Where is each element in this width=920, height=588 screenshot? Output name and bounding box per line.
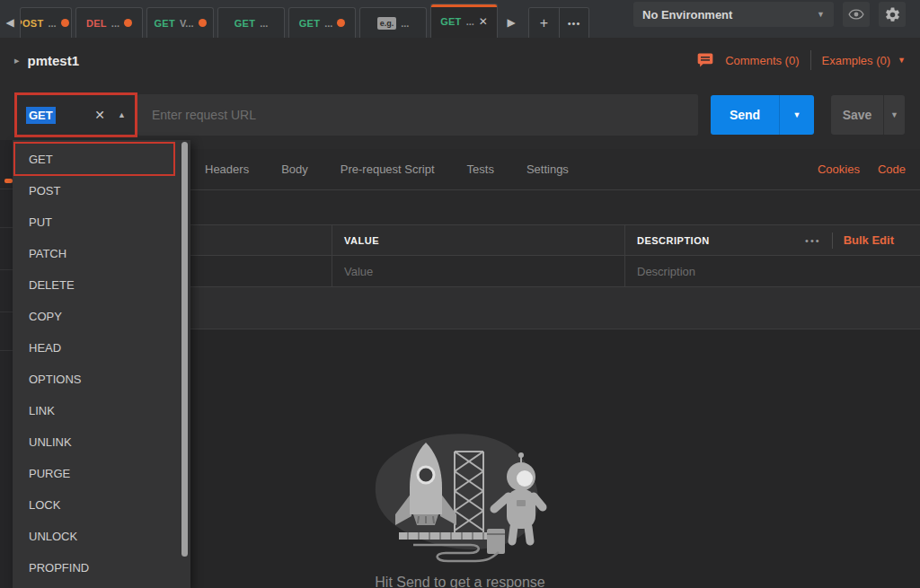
tab-title-label: ... (260, 18, 268, 29)
method-option-copy[interactable]: COPY (13, 301, 190, 332)
chevron-up-icon[interactable]: ▲ (118, 110, 126, 119)
request-tab-1[interactable]: POST ... (20, 7, 72, 38)
send-split-button: Send ▼ (711, 95, 814, 135)
unsaved-dot-icon (199, 19, 207, 27)
method-option-post[interactable]: POST (13, 175, 190, 206)
eye-icon (848, 6, 864, 22)
collapse-arrow-icon[interactable]: ▸ (14, 55, 20, 66)
close-tab-icon[interactable]: ✕ (479, 15, 488, 28)
request-tab-6[interactable]: e.g. ... (359, 7, 427, 38)
sidebar-edge (0, 140, 13, 588)
request-title: pmtest1 (28, 53, 80, 68)
method-option-delete[interactable]: DELETE (13, 269, 190, 301)
sidebar-accent-dash (4, 179, 13, 183)
environment-quick-look-button[interactable] (843, 2, 870, 27)
description-header-label: DESCRIPTION (637, 235, 710, 246)
cookies-link[interactable]: Cookies (818, 162, 860, 176)
tab-title-label: ... (466, 16, 474, 27)
comment-icon (696, 51, 714, 69)
tab-method-label: GET (154, 18, 175, 29)
method-option-unlock[interactable]: UNLOCK (13, 521, 190, 552)
examples-dropdown[interactable]: Examples (0) ▼ (822, 54, 907, 67)
chevron-down-icon: ▼ (898, 56, 906, 65)
environment-label: No Environment (642, 8, 817, 22)
code-link[interactable]: Code (878, 162, 906, 176)
request-tab-5[interactable]: GET ... (288, 7, 356, 38)
plus-icon: + (540, 15, 548, 31)
method-option-purge[interactable]: PURGE (13, 458, 190, 489)
value-cell (332, 256, 625, 286)
chevron-down-icon: ▼ (793, 110, 801, 119)
method-option-lock[interactable]: LOCK (13, 489, 190, 521)
method-option-get[interactable]: GET (13, 144, 190, 175)
tab-title-label: ... (48, 18, 56, 29)
tab-title-label: V... (180, 18, 194, 29)
tab-method-label: GET (299, 18, 321, 29)
bulk-edit-link[interactable]: Bulk Edit (844, 233, 894, 247)
request-header-actions: Comments (0) Examples (0) ▼ (696, 50, 906, 70)
save-split-button: Save ▼ (831, 95, 905, 135)
tab-settings[interactable]: Settings (526, 162, 569, 176)
method-option-put[interactable]: PUT (13, 206, 190, 238)
value-header-label: VALUE (344, 235, 379, 246)
chevron-down-icon: ▼ (817, 10, 825, 19)
unsaved-dot-icon (337, 19, 345, 27)
more-icon: ••• (568, 18, 581, 29)
rocket-launch-illustration (361, 426, 559, 574)
back-icon: ◀ (5, 16, 13, 29)
description-column-header: DESCRIPTION ••• Bulk Edit (625, 225, 920, 255)
request-tab-active[interactable]: GET ... ✕ (430, 4, 498, 38)
scroll-tabs-right-button[interactable]: ▶ (501, 7, 521, 38)
request-tab-2[interactable]: DEL ... (75, 7, 143, 38)
value-input[interactable] (344, 265, 613, 278)
request-tab-4[interactable]: GET ... (217, 7, 285, 38)
method-option-head[interactable]: HEAD (13, 332, 190, 364)
postman-app-window: ◀ POST ... DEL ... GET V... GET ... GET … (0, 0, 920, 588)
clear-icon[interactable]: ✕ (94, 108, 105, 122)
method-option-patch[interactable]: PATCH (13, 238, 190, 269)
tab-method-label: DEL (86, 18, 107, 29)
tab-options-button[interactable]: ••• (559, 8, 588, 38)
new-tab-button[interactable]: + (529, 8, 559, 38)
request-url-input[interactable] (137, 94, 698, 136)
send-button[interactable]: Send (711, 95, 779, 135)
send-options-button[interactable]: ▼ (779, 95, 814, 135)
settings-button[interactable] (879, 2, 906, 27)
tab-pre-request-script[interactable]: Pre-request Script (341, 162, 435, 176)
environment-selector[interactable]: No Environment ▼ (633, 2, 834, 27)
tab-body[interactable]: Body (281, 162, 308, 176)
request-tab-bar: ◀ POST ... DEL ... GET V... GET ... GET … (0, 0, 920, 38)
forward-icon: ▶ (507, 16, 515, 29)
scroll-tabs-left-button[interactable]: ◀ (0, 7, 20, 38)
request-tab-3[interactable]: GET V... (146, 7, 214, 38)
example-badge: e.g. (377, 17, 397, 30)
tab-method-label: GET (234, 18, 256, 29)
method-value-selected: GET (26, 107, 56, 124)
method-option-unlink[interactable]: UNLINK (13, 426, 190, 458)
method-dropdown-menu: GET POST PUT PATCH DELETE COPY HEAD OPTI… (13, 140, 190, 588)
environment-area: No Environment ▼ (633, 2, 906, 27)
method-selector[interactable]: GET ✕ ▲ (14, 92, 137, 137)
description-cell (625, 256, 920, 286)
value-column-header: VALUE (332, 225, 625, 255)
method-option-options[interactable]: OPTIONS (13, 364, 190, 395)
method-option-propfind[interactable]: PROPFIND (13, 552, 190, 584)
save-options-button[interactable]: ▼ (883, 95, 905, 135)
tab-headers[interactable]: Headers (205, 162, 249, 176)
tab-method-label: GET (440, 16, 462, 27)
save-button[interactable]: Save (831, 95, 883, 135)
divider (810, 50, 811, 70)
tab-title-label: ... (324, 18, 332, 29)
active-tab-indicator (431, 4, 497, 7)
more-options-icon[interactable]: ••• (805, 235, 821, 246)
description-input[interactable] (637, 265, 908, 278)
method-option-link[interactable]: LINK (13, 395, 190, 426)
request-header-row: ▸ pmtest1 Comments (0) Examples (0) ▼ (0, 38, 920, 83)
tab-tests[interactable]: Tests (467, 162, 494, 176)
examples-label: Examples (0) (822, 54, 891, 67)
tab-title-label: ... (401, 18, 409, 29)
dropdown-scrollbar[interactable] (181, 142, 188, 557)
comments-link[interactable]: Comments (0) (725, 54, 799, 67)
chevron-down-icon: ▼ (890, 110, 898, 119)
editor-tab-links: Cookies Code (818, 162, 920, 176)
